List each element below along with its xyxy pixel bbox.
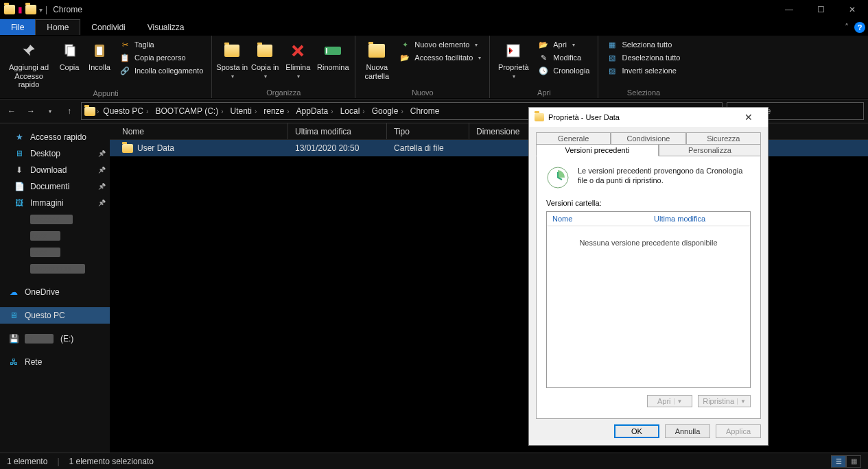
- tab-customize[interactable]: Personalizza: [659, 144, 761, 156]
- back-button[interactable]: ←: [4, 104, 19, 119]
- sidebar-images[interactable]: 🖼Immagini: [0, 195, 110, 211]
- easyaccess-button[interactable]: 📂Accesso facilitato: [395, 51, 485, 64]
- paste-button[interactable]: Incolla: [85, 37, 114, 72]
- dialog-folder-icon: [535, 113, 544, 121]
- documents-icon: 📄: [14, 181, 25, 192]
- newitem-icon: ✦: [399, 39, 410, 50]
- group-new-label: Nuovo: [360, 88, 485, 98]
- qa-icon[interactable]: ▮: [18, 5, 23, 14]
- dialog-titlebar[interactable]: Proprietà - User Data ✕: [529, 108, 768, 127]
- sidebar-item-redacted-2[interactable]: xxxx: [0, 228, 110, 244]
- tab-sharing[interactable]: Condivisione: [611, 132, 685, 145]
- newitem-button[interactable]: ✦Nuovo elemento: [395, 38, 485, 51]
- dialog-info-text: Le versioni precedenti provengono da Cro…: [578, 166, 751, 189]
- selectnone-button[interactable]: ▧Deseleziona tutto: [602, 51, 684, 64]
- open-button[interactable]: 📂Apri: [534, 38, 594, 51]
- col-type[interactable]: Tipo: [387, 123, 469, 139]
- pc-icon: 🖥: [8, 310, 19, 321]
- menu-share[interactable]: Condividi: [80, 19, 136, 35]
- invert-button[interactable]: ▨Inverti selezione: [602, 64, 684, 77]
- sidebar-download[interactable]: ⬇Download: [0, 162, 110, 178]
- sidebar-drive[interactable]: 💾xx(E:): [0, 330, 110, 347]
- crumb-0[interactable]: Questo PC›: [100, 106, 151, 116]
- properties-button[interactable]: Proprietà: [494, 37, 532, 80]
- crumb-1[interactable]: BOOTCAMP (C:)›: [152, 106, 226, 116]
- ok-button[interactable]: OK: [614, 424, 659, 438]
- images-icon: 🖼: [14, 197, 25, 208]
- sidebar-thispc[interactable]: 🖥Questo PC: [0, 307, 110, 324]
- th-modified[interactable]: Ultima modifica: [648, 212, 750, 226]
- separator-icon: ▾: [39, 6, 43, 14]
- drive-icon: 💾: [8, 333, 19, 344]
- close-button[interactable]: ✕: [836, 0, 868, 19]
- apply-button: Applica: [716, 424, 761, 438]
- sidebar-onedrive[interactable]: ☁OneDrive: [0, 284, 110, 300]
- pin-quickaccess-button[interactable]: Aggiungi ad Accesso rapido: [4, 37, 54, 89]
- thumbnails-view-button[interactable]: ▦: [846, 455, 861, 468]
- ribbon: Aggiungi ad Accesso rapido Copia Incolla…: [0, 36, 868, 99]
- dialog-title: Proprietà - User Data: [548, 113, 620, 121]
- crumb-7[interactable]: Chrome: [408, 106, 443, 116]
- dialog-close-button[interactable]: ✕: [735, 112, 762, 123]
- history-button[interactable]: 🕓Cronologia: [534, 64, 594, 77]
- col-name[interactable]: Nome: [110, 123, 288, 139]
- crumb-3[interactable]: renze›: [261, 106, 292, 116]
- col-modified[interactable]: Ultima modifica: [288, 123, 387, 139]
- tab-previous-versions[interactable]: Versioni precedenti: [536, 144, 659, 156]
- pasteshortcut-button[interactable]: 🔗Incolla collegamento: [115, 64, 207, 77]
- invert-icon: ▨: [607, 65, 618, 76]
- maximize-button[interactable]: ☐: [805, 0, 836, 19]
- sidebar: ★Accesso rapido 🖥Desktop ⬇Download 📄Docu…: [0, 123, 110, 453]
- details-view-button[interactable]: ☰: [831, 455, 846, 468]
- tab-general[interactable]: Generale: [536, 132, 611, 145]
- qa-folder-icon[interactable]: [25, 5, 36, 14]
- edit-button[interactable]: ✎Modifica: [534, 51, 594, 64]
- crumb-4[interactable]: AppData›: [294, 106, 336, 116]
- th-name[interactable]: Nome: [547, 212, 648, 226]
- sidebar-quick-access[interactable]: ★Accesso rapido: [0, 129, 110, 145]
- network-icon: 🖧: [8, 357, 19, 368]
- cut-button[interactable]: ✂Taglia: [115, 38, 207, 51]
- selectall-button[interactable]: ▦Seleziona tutto: [602, 38, 684, 51]
- folder-icon: [122, 144, 133, 153]
- collapse-ribbon-button[interactable]: ˄: [845, 23, 849, 32]
- menu-file[interactable]: File: [0, 19, 35, 35]
- rename-button[interactable]: Rinomina: [315, 37, 351, 72]
- versions-table: Nome Ultima modifica Nessuna versione pr…: [546, 211, 751, 388]
- up-button[interactable]: ↑: [62, 104, 77, 119]
- sidebar-desktop[interactable]: 🖥Desktop: [0, 145, 110, 162]
- paste-icon: [91, 40, 108, 62]
- moveto-icon: [224, 40, 239, 62]
- menu-view[interactable]: Visualizza: [137, 19, 196, 35]
- help-button[interactable]: ?: [854, 22, 865, 33]
- crumb-6[interactable]: Google›: [369, 106, 406, 116]
- file-modified: 13/01/2020 20:50: [288, 143, 387, 153]
- delete-button[interactable]: Elimina: [282, 37, 314, 80]
- cancel-button[interactable]: Annulla: [665, 424, 710, 438]
- sidebar-item-redacted-1[interactable]: xxxxxxx: [0, 211, 110, 228]
- menu-bar: File Home Condividi Visualizza ˄ ?: [0, 19, 868, 36]
- sidebar-network[interactable]: 🖧Rete: [0, 354, 110, 370]
- col-size[interactable]: Dimensione: [469, 123, 538, 139]
- tab-security[interactable]: Sicurezza: [686, 132, 761, 145]
- recent-button[interactable]: ▾: [43, 104, 58, 119]
- sidebar-item-redacted-4[interactable]: xxxxxxxxxx: [0, 261, 110, 277]
- sidebar-item-redacted-3[interactable]: xxxx: [0, 244, 110, 261]
- newfolder-icon: [368, 40, 385, 62]
- forward-button[interactable]: →: [23, 104, 38, 119]
- moveto-button[interactable]: Sposta in: [216, 37, 248, 80]
- copyto-button[interactable]: Copia in: [249, 37, 281, 80]
- minimize-button[interactable]: —: [773, 0, 805, 19]
- dialog-content: Le versioni precedenti provengono da Cro…: [536, 156, 761, 419]
- crumb-5[interactable]: Local›: [338, 106, 368, 116]
- crumb-2[interactable]: Utenti›: [228, 106, 260, 116]
- scissors-icon: ✂: [119, 39, 130, 50]
- download-icon: ⬇: [14, 165, 25, 176]
- delete-icon: [290, 40, 306, 62]
- copypath-button[interactable]: 📋Copia percorso: [115, 51, 207, 64]
- onedrive-icon: ☁: [8, 287, 19, 298]
- sidebar-documents[interactable]: 📄Documenti: [0, 178, 110, 195]
- newfolder-button[interactable]: Nuova cartella: [360, 37, 394, 80]
- menu-home[interactable]: Home: [35, 19, 80, 35]
- copy-button[interactable]: Copia: [55, 37, 84, 72]
